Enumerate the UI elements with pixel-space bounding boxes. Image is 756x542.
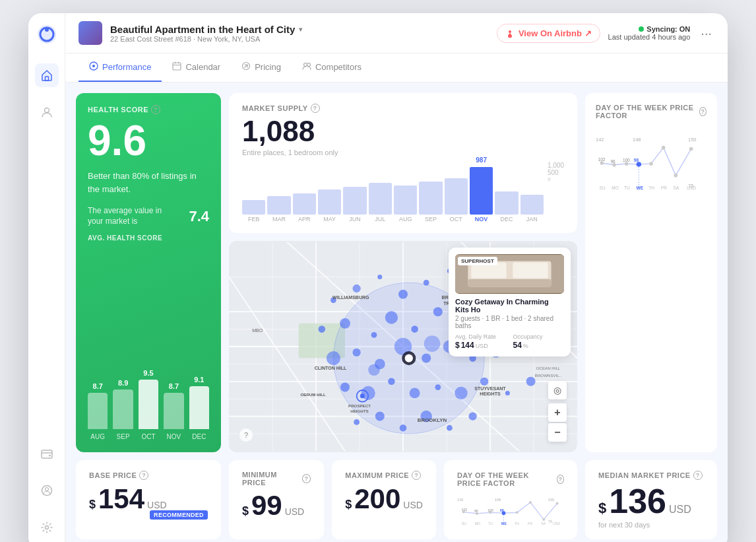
more-options-button[interactable]: ··· bbox=[698, 26, 714, 41]
svg-point-90 bbox=[360, 393, 365, 398]
svg-text:148: 148 bbox=[495, 498, 501, 502]
sidebar-item-settings[interactable] bbox=[35, 516, 59, 539]
svg-text:WE: WE bbox=[501, 521, 507, 525]
dow-price-card: DAY OF THE WEEK PRICE FACTOR ? 142 148 1… bbox=[585, 93, 717, 452]
dow-info-icon[interactable]: ? bbox=[699, 107, 707, 116]
svg-text:TU: TU bbox=[488, 521, 493, 525]
svg-point-147 bbox=[555, 502, 558, 504]
median-price-label: MEDIAN MARKET PRICE ? bbox=[598, 471, 704, 480]
map-info-button[interactable]: ? bbox=[239, 428, 253, 442]
nav-tabs: Performance Calendar bbox=[65, 53, 728, 83]
dropdown-icon[interactable]: ▾ bbox=[299, 26, 302, 33]
median-price-number: 136 bbox=[609, 484, 666, 518]
svg-point-60 bbox=[327, 351, 340, 365]
svg-text:FR: FR bbox=[528, 521, 532, 525]
popup-listing-image: SUPERHOST bbox=[455, 254, 564, 294]
header: Beautiful Apartment in the Heart of City… bbox=[65, 13, 728, 53]
svg-point-16 bbox=[307, 63, 310, 67]
health-avg-label: The average value in your market is bbox=[88, 206, 167, 226]
dow-summary-info-icon[interactable]: ? bbox=[557, 475, 564, 484]
sync-indicator bbox=[639, 26, 644, 32]
base-price-card: BASE PRICE ? $ 154 USD RECOMMENDED bbox=[76, 460, 221, 539]
svg-point-42 bbox=[377, 275, 382, 279]
min-price-label: MINIMUM PRICE ? bbox=[242, 471, 311, 487]
svg-point-84 bbox=[468, 412, 476, 420]
svg-point-78 bbox=[526, 377, 536, 386]
map-locate-button[interactable]: ◎ bbox=[548, 381, 567, 399]
airbnb-icon bbox=[505, 28, 515, 38]
svg-text:TH: TH bbox=[515, 521, 519, 525]
tab-competitors[interactable]: Competitors bbox=[292, 53, 372, 82]
base-price-label: BASE PRICE ? bbox=[89, 471, 208, 480]
svg-point-61 bbox=[352, 349, 360, 356]
view-on-airbnb-button[interactable]: View On Airbnb ↗ bbox=[497, 24, 600, 43]
svg-point-119 bbox=[649, 162, 653, 166]
dow-price-label: DAY OF THE WEEK PRICE FACTOR ? bbox=[596, 104, 707, 119]
svg-point-41 bbox=[352, 285, 360, 292]
svg-point-8 bbox=[45, 488, 48, 491]
svg-text:WILLIAMSBURG: WILLIAMSBURG bbox=[332, 295, 369, 300]
svg-point-121 bbox=[674, 174, 678, 178]
median-price-sublabel: for next 30 days bbox=[598, 521, 704, 529]
svg-point-2 bbox=[45, 28, 49, 32]
sidebar-item-home[interactable] bbox=[35, 63, 59, 87]
main-content: Beautiful Apartment in the Heart of City… bbox=[65, 13, 728, 542]
tab-performance[interactable]: Performance bbox=[79, 53, 162, 82]
popup-subtitle: 2 guests · 1 BR · 1 bed · 2 shared baths bbox=[455, 315, 564, 329]
svg-rect-13 bbox=[173, 63, 181, 70]
svg-text:HEIGHTS: HEIGHTS bbox=[480, 391, 501, 396]
market-supply-info-icon[interactable]: ? bbox=[311, 104, 320, 113]
median-price-currency: USD bbox=[669, 504, 691, 516]
popup-occupancy: Occupancy 54 % bbox=[513, 333, 565, 350]
svg-point-122 bbox=[689, 147, 693, 151]
svg-point-51 bbox=[340, 318, 350, 329]
svg-text:HEIGHTS: HEIGHTS bbox=[350, 409, 368, 413]
dow-summary-chart: 142 148 150 75 102 bbox=[457, 492, 564, 529]
min-price-info-icon[interactable]: ? bbox=[302, 474, 311, 483]
sidebar bbox=[28, 13, 65, 542]
sidebar-item-people[interactable] bbox=[35, 100, 59, 124]
svg-point-74 bbox=[435, 384, 441, 390]
tab-pricing[interactable]: Pricing bbox=[231, 53, 292, 82]
health-bars: 8.7 AUG 8.9 SEP 9.5 OCT bbox=[88, 247, 209, 440]
svg-point-15 bbox=[303, 63, 307, 67]
health-avg-value: 7.4 bbox=[189, 208, 209, 225]
svg-text:USD: USD bbox=[553, 521, 560, 525]
sidebar-item-wallet[interactable] bbox=[35, 442, 59, 465]
svg-text:FR: FR bbox=[661, 186, 667, 190]
svg-point-72 bbox=[388, 378, 395, 386]
performance-tab-icon bbox=[89, 61, 98, 73]
app-logo[interactable] bbox=[36, 24, 57, 45]
svg-point-86 bbox=[368, 364, 380, 376]
max-price-card: MAXIMUM PRICE ? $ 200 USD bbox=[332, 460, 436, 539]
sidebar-item-account[interactable] bbox=[35, 479, 59, 502]
superhost-badge: SUPERHOST bbox=[458, 257, 497, 265]
listing-address: 22 East Cost Street #618 · New York, NY,… bbox=[110, 35, 489, 43]
tab-calendar[interactable]: Calendar bbox=[162, 53, 231, 82]
svg-text:MO: MO bbox=[475, 521, 480, 525]
calendar-tab-icon bbox=[172, 61, 181, 73]
svg-point-54 bbox=[411, 325, 418, 333]
health-bar-section-label: AVG. HEALTH SCORE bbox=[88, 234, 209, 242]
health-score-info-icon[interactable]: ? bbox=[151, 105, 160, 114]
sync-status: Syncing: ON Last updated 4 hours ago bbox=[608, 25, 691, 41]
base-price-value: $ 154 USD RECOMMENDED bbox=[89, 485, 208, 522]
svg-text:OCEAN HILL: OCEAN HILL bbox=[536, 366, 561, 370]
median-price-info-icon[interactable]: ? bbox=[693, 471, 703, 480]
map-zoom-out-button[interactable]: − bbox=[548, 423, 567, 442]
competitors-tab-icon bbox=[302, 61, 311, 73]
map-listing-popup[interactable]: SUPERHOST Cozy Getaway In Charming Kits … bbox=[449, 248, 571, 356]
svg-point-50 bbox=[319, 325, 326, 333]
map-zoom-in-button[interactable]: + bbox=[548, 403, 567, 422]
svg-point-75 bbox=[455, 387, 467, 399]
listing-title[interactable]: Beautiful Apartment in the Heart of City… bbox=[110, 24, 489, 35]
base-price-info-icon[interactable]: ? bbox=[139, 471, 148, 480]
health-bar-aug: 8.7 AUG bbox=[88, 382, 108, 440]
map-area[interactable]: WILLIAMSBURG BROADWAY TRIANGLE SUMNER HO… bbox=[229, 241, 577, 452]
svg-point-70 bbox=[340, 383, 350, 392]
max-price-info-icon[interactable]: ? bbox=[412, 471, 421, 480]
svg-text:96: 96 bbox=[474, 509, 478, 513]
svg-text:150: 150 bbox=[688, 137, 696, 143]
market-supply-value: 1,088 bbox=[242, 117, 564, 146]
price-cards-row: BASE PRICE ? $ 154 USD RECOMMENDED bbox=[76, 460, 577, 539]
